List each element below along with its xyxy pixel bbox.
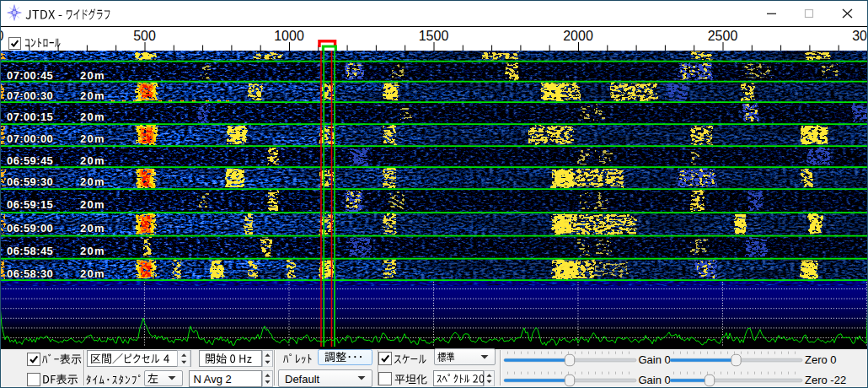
svg-text:20m: 20m xyxy=(80,175,105,188)
svg-text:20m: 20m xyxy=(80,69,105,82)
svg-text:20m: 20m xyxy=(80,89,105,102)
svg-text:06:59:45: 06:59:45 xyxy=(7,154,53,167)
svg-text:07:00:15: 07:00:15 xyxy=(7,110,53,123)
svg-text:06:59:15: 06:59:15 xyxy=(7,198,53,211)
svg-text:20m: 20m xyxy=(80,267,105,280)
svg-text:06:58:30: 06:58:30 xyxy=(7,267,53,280)
svg-text:06:59:30: 06:59:30 xyxy=(7,175,53,188)
svg-text:20m: 20m xyxy=(80,154,105,167)
svg-text:20m: 20m xyxy=(80,198,105,211)
svg-text:20m: 20m xyxy=(80,245,105,257)
svg-text:20m: 20m xyxy=(80,222,105,234)
svg-text:07:00:45: 07:00:45 xyxy=(7,69,53,82)
svg-text:06:58:45: 06:58:45 xyxy=(7,245,53,257)
svg-text:20m: 20m xyxy=(80,132,105,145)
svg-text:06:59:00: 06:59:00 xyxy=(7,222,53,234)
svg-text:07:00:30: 07:00:30 xyxy=(7,89,53,102)
svg-text:07:00:00: 07:00:00 xyxy=(7,132,53,145)
svg-text:20m: 20m xyxy=(80,110,105,123)
